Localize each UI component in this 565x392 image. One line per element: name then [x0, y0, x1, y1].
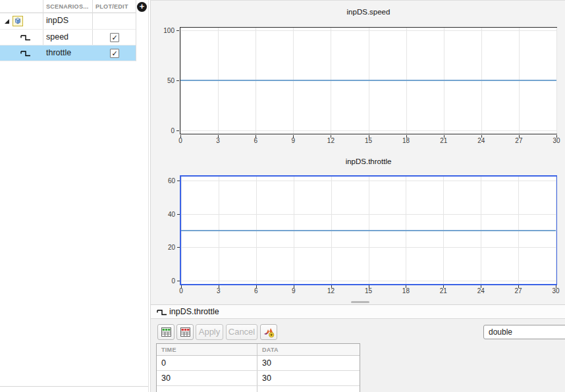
- data-type-dropdown[interactable]: double: [483, 325, 565, 339]
- data-column-header: DATA: [257, 344, 360, 355]
- plot-box-throttle[interactable]: 0204060036912151821242730: [180, 175, 557, 285]
- tree-row-inpds[interactable]: inpDS: [0, 13, 136, 30]
- x-tick-label: 27: [515, 137, 522, 144]
- x-tick-label: 9: [292, 137, 296, 144]
- x-tick-label: 18: [402, 287, 410, 294]
- plot-box-speed[interactable]: 050100036912151821242730: [180, 27, 557, 134]
- tree-row-speed[interactable]: speed ✓: [0, 30, 136, 45]
- x-tick-label: 12: [327, 287, 335, 294]
- x-tick-label: 24: [477, 287, 485, 294]
- x-tick-label: 0: [179, 287, 183, 294]
- panel-splitter[interactable]: [148, 0, 149, 392]
- edited-signal-label: inpDS.throttle: [169, 305, 219, 319]
- scenarios-column-header: SCENARIOS...: [46, 0, 89, 13]
- y-tick-label: 40: [168, 210, 175, 217]
- tree-header-row: SCENARIOS... PLOT/EDIT: [0, 0, 136, 13]
- y-tick-label: 60: [168, 177, 175, 184]
- time-column-header: TIME: [157, 344, 257, 355]
- signal-step-icon: [20, 32, 31, 43]
- x-tick-label: 24: [477, 137, 485, 144]
- plot-panel: inpDS.speed 050100036912151821242730 inp…: [150, 0, 565, 304]
- x-tick-label: 21: [440, 137, 447, 144]
- edit-toolbar: Apply Cancel double: [151, 320, 565, 343]
- x-tick-label: 27: [515, 287, 522, 294]
- x-tick-label: 3: [217, 287, 221, 294]
- x-tick-label: 6: [254, 287, 258, 294]
- y-tickmark: [176, 30, 179, 31]
- y-tick-label: 50: [167, 77, 175, 84]
- plot-edit-checkbox[interactable]: ✓: [110, 33, 119, 42]
- table-row[interactable]: 30 30: [157, 371, 360, 386]
- table-row[interactable]: 0 30: [157, 356, 360, 371]
- cancel-button[interactable]: Cancel: [226, 324, 257, 340]
- tree-row-label: inpDS: [46, 13, 68, 28]
- x-tick-label: 0: [178, 137, 182, 144]
- y-tick-label: 100: [163, 26, 175, 34]
- y-tickmark: [177, 214, 180, 215]
- x-tick-label: 15: [365, 137, 372, 144]
- y-tickmark: [176, 80, 179, 81]
- x-tick-label: 9: [292, 287, 296, 294]
- y-tick-label: 20: [168, 244, 175, 251]
- edited-signal-header: inpDS.throttle: [151, 305, 565, 319]
- plot-edit-column-header: PLOT/EDIT: [95, 0, 128, 13]
- scenario-tree-panel: SCENARIOS... PLOT/EDIT inpDS: [0, 0, 148, 392]
- time-cell[interactable]: 0: [157, 356, 257, 370]
- signal-step-icon: [20, 48, 31, 59]
- plot-edit-checkbox[interactable]: ✓: [110, 49, 119, 58]
- h-scrollbar-thumb[interactable]: [351, 301, 369, 303]
- table-header-row: TIME DATA: [157, 344, 360, 356]
- apply-button[interactable]: Apply: [196, 324, 223, 340]
- data-cell[interactable]: [257, 386, 360, 392]
- tree-row-label: throttle: [46, 45, 71, 61]
- y-tickmark: [177, 281, 180, 281]
- expand-caret-icon[interactable]: [5, 19, 9, 24]
- x-tick-label: 3: [216, 137, 220, 144]
- signal-line[interactable]: [181, 230, 556, 231]
- delete-row-button[interactable]: [176, 324, 194, 340]
- dataset-cube-icon: [13, 16, 23, 26]
- matlab-expression-button[interactable]: [260, 324, 277, 340]
- x-tick-label: 30: [552, 287, 559, 294]
- add-scenario-button plus-circle-icon[interactable]: +: [137, 2, 147, 12]
- x-tick-label: 6: [254, 137, 257, 144]
- y-tickmark: [176, 130, 179, 131]
- y-tickmark: [177, 181, 180, 181]
- data-cell[interactable]: 30: [257, 356, 360, 370]
- x-tick-label: 18: [402, 137, 410, 144]
- x-tick-label: 15: [365, 287, 372, 294]
- y-tick-label: 0: [171, 127, 175, 134]
- x-gridline: [556, 177, 556, 284]
- x-tick-label: 21: [440, 287, 447, 294]
- x-tick-label: 12: [327, 137, 335, 144]
- x-tick-label: 30: [552, 137, 560, 144]
- signal-line[interactable]: [180, 80, 556, 81]
- signal-data-table: TIME DATA 0 30 30 30: [156, 343, 360, 392]
- time-cell[interactable]: 30: [157, 371, 257, 385]
- tree-row-throttle[interactable]: throttle ✓: [0, 45, 136, 61]
- signal-step-icon: [157, 307, 167, 318]
- data-cell[interactable]: 30: [257, 371, 360, 385]
- x-gridline: [556, 28, 557, 134]
- table-row-empty[interactable]: [157, 386, 360, 392]
- insert-row-button[interactable]: [157, 324, 175, 340]
- signal-edit-panel: inpDS.throttle: [150, 304, 565, 392]
- panel-bottom-border: [0, 386, 148, 387]
- column-divider: [136, 0, 136, 61]
- plot-title-throttle: inpDS.throttle: [180, 157, 557, 165]
- signal-editor-window: SCENARIOS... PLOT/EDIT inpDS: [0, 0, 565, 392]
- plot-title-speed: inpDS.speed: [180, 8, 557, 16]
- y-tick-label: 0: [171, 277, 175, 285]
- time-cell[interactable]: [157, 386, 257, 392]
- tree-row-label: speed: [46, 30, 68, 45]
- y-tickmark: [177, 247, 180, 248]
